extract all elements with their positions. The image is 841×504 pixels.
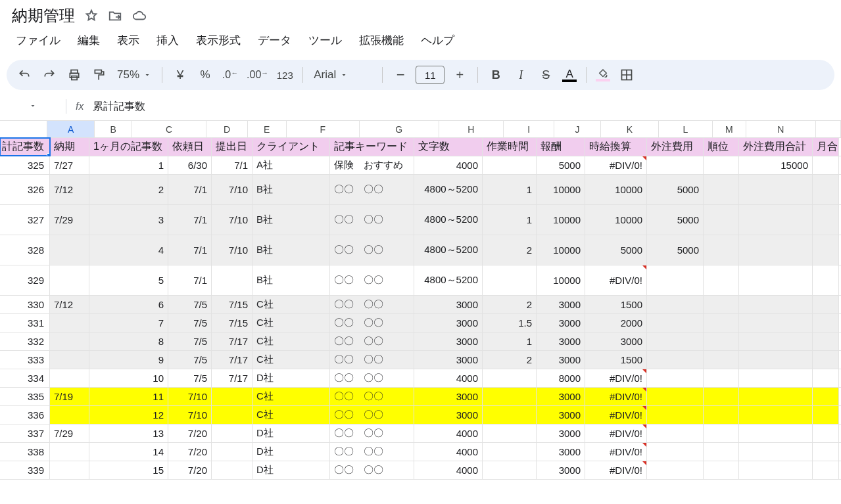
cell[interactable]: 3000 [537,443,585,461]
cell[interactable] [704,314,739,332]
cell[interactable]: 7/10 [212,235,252,265]
menu-ファイル[interactable]: ファイル [9,30,67,51]
cell[interactable]: 3000 [537,424,585,442]
row-header[interactable]: 325 [0,156,50,174]
cell[interactable]: 〇〇 〇〇 [330,205,414,235]
row-header[interactable]: 336 [0,406,50,424]
cell[interactable]: 10000 [537,205,585,235]
cell[interactable] [212,265,252,295]
cell[interactable] [212,406,252,424]
cell[interactable] [212,461,252,479]
cell[interactable] [704,332,739,350]
cell[interactable]: 1 [89,156,168,174]
cell[interactable]: 10000 [537,175,585,204]
cell[interactable]: #DIV/0! [585,265,647,295]
cloud-icon[interactable] [132,9,147,23]
cell[interactable]: 4000 [414,156,483,174]
cell[interactable]: 7/5 [168,296,212,313]
cell[interactable] [704,461,739,479]
cell[interactable]: 3000 [414,388,483,405]
cell[interactable] [483,388,537,405]
font-select[interactable]: Arial [310,68,375,81]
font-size-input[interactable]: 11 [416,66,445,84]
cell[interactable]: 5000 [537,156,585,174]
cell[interactable] [704,351,739,369]
cell[interactable] [50,406,89,424]
font-size-decrease[interactable]: − [389,64,412,86]
cell[interactable]: 7 [89,314,168,332]
cell[interactable]: B社 [252,175,330,204]
cell[interactable]: 4800～5200 [414,235,483,265]
spreadsheet[interactable]: ABCDEFGHIJKLMN計記事数納期1ヶ月の記事数依頼日提出日クライアント記… [0,121,841,480]
cell[interactable] [50,314,89,332]
italic-icon[interactable]: I [510,64,532,86]
cell[interactable] [647,351,704,369]
cell[interactable]: 5000 [647,235,704,265]
cell[interactable]: C社 [252,388,330,405]
currency-icon[interactable]: ¥ [169,64,191,86]
cell[interactable] [739,175,813,204]
cell[interactable]: #DIV/0! [585,369,647,387]
star-icon[interactable] [84,9,99,23]
print-icon[interactable] [63,64,85,86]
col-header-K[interactable]: K [601,121,660,137]
col-header-G[interactable]: G [360,121,439,137]
row-header[interactable]: 330 [0,296,50,313]
cell[interactable]: A社 [252,156,330,174]
cell[interactable]: 7/17 [212,332,252,350]
cell[interactable]: C社 [252,296,330,313]
cell[interactable]: 1 [483,332,537,350]
cell[interactable]: 3000 [414,314,483,332]
cell[interactable]: 7/12 [50,175,89,204]
bold-icon[interactable]: B [485,64,507,86]
more-formats-icon[interactable]: 123 [274,64,296,86]
cell[interactable]: 3000 [585,332,647,350]
cell[interactable]: 5000 [585,235,647,265]
cell[interactable] [483,443,537,461]
cell[interactable] [647,156,704,174]
cell[interactable]: 7/20 [168,461,212,479]
cell[interactable] [704,388,739,405]
cell[interactable] [813,443,839,461]
cell[interactable]: 15 [89,461,168,479]
namebox-dropdown-icon[interactable] [9,101,57,112]
col-header-M[interactable]: M [713,121,746,137]
cell[interactable]: 7/10 [212,175,252,204]
cell[interactable] [647,314,704,332]
cell[interactable] [813,406,839,424]
header-cell[interactable]: 提出日 [212,138,252,156]
row-header[interactable]: 328 [0,235,50,265]
cell[interactable] [704,424,739,442]
cell[interactable]: 〇〇 〇〇 [330,351,414,369]
menu-データ[interactable]: データ [251,30,298,51]
cell[interactable] [704,406,739,424]
cell[interactable] [813,296,839,313]
cell[interactable]: D社 [252,443,330,461]
cell[interactable] [647,332,704,350]
cell[interactable]: #DIV/0! [585,156,647,174]
borders-icon[interactable] [615,64,638,86]
cell[interactable] [647,406,704,424]
cell[interactable]: 3000 [537,296,585,313]
cell[interactable]: D社 [252,424,330,442]
cell[interactable] [647,461,704,479]
move-icon[interactable] [108,9,122,23]
header-cell[interactable]: 報酬 [537,138,585,156]
cell[interactable]: 6 [89,296,168,313]
cell[interactable]: 7/17 [212,351,252,369]
cell[interactable]: 〇〇 〇〇 [330,406,414,424]
cell[interactable]: 5000 [647,205,704,235]
cell[interactable]: 3000 [537,388,585,405]
row-header[interactable]: 339 [0,461,50,479]
cell[interactable]: 7/5 [168,351,212,369]
cell[interactable] [739,461,813,479]
col-header-A[interactable]: A [47,121,95,137]
undo-icon[interactable] [13,64,36,86]
cell[interactable] [739,424,813,442]
font-size-increase[interactable]: + [448,64,471,86]
col-header-F[interactable]: F [287,121,360,137]
cell[interactable]: 1500 [585,351,647,369]
cell[interactable]: 〇〇 〇〇 [330,388,414,405]
cell[interactable]: 〇〇 〇〇 [330,461,414,479]
cell[interactable]: 7/27 [50,156,89,174]
